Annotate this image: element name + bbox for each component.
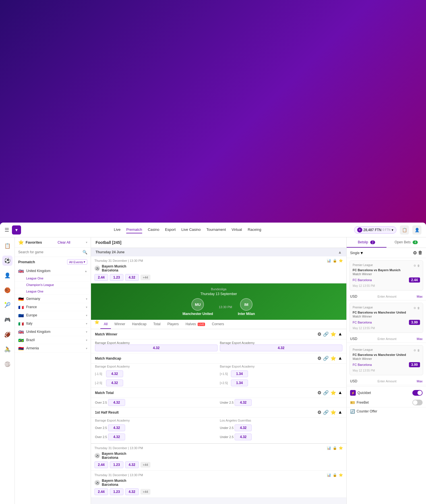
handicap-odd-1-1[interactable]: 4.32 — [106, 370, 123, 377]
odd1-btn-1[interactable]: 2.44 — [94, 274, 108, 281]
sidebar-icon-ball[interactable]: 🏀 — [2, 285, 13, 295]
chevron-hr-icon[interactable]: ▲ — [338, 410, 342, 415]
handicap-odd-2-2[interactable]: 1.34 — [231, 379, 248, 386]
star-icon-1[interactable]: ⭐ — [339, 259, 343, 263]
betslip-item2-settings-icon[interactable]: ⚙ — [413, 306, 416, 310]
chevron-mt-icon[interactable]: ▲ — [338, 390, 342, 395]
date-collapse-icon[interactable]: ▲ — [338, 250, 342, 254]
nav-casino[interactable]: Casino — [148, 226, 159, 233]
usd-amount-3[interactable]: Enter Amount — [377, 379, 396, 383]
user-icon-btn[interactable]: 👤 — [412, 225, 421, 235]
betslip-settings-icon[interactable]: ⚙ — [413, 250, 417, 256]
team2-odd-value[interactable]: 4.32 — [220, 345, 342, 351]
half-over1-odd[interactable]: 4.32 — [108, 424, 125, 431]
nav-live[interactable]: Live — [114, 226, 121, 233]
odd3-btn-2[interactable]: 4.32 — [125, 461, 139, 468]
half-under1-odd[interactable]: 4.32 — [235, 424, 252, 431]
star-icon-mh[interactable]: ⭐ — [330, 356, 336, 361]
betslip-icon-btn[interactable]: 📋 — [400, 225, 409, 235]
tab-halves[interactable]: Halves LIVE — [182, 320, 208, 329]
country-item-germany[interactable]: 🇩🇪 Germany ▾ — [15, 295, 91, 303]
nav-raceing[interactable]: Raceing — [248, 226, 261, 233]
settings-icon-mt[interactable]: ⚙ — [317, 390, 321, 395]
team1-odd-value[interactable]: 4.32 — [95, 345, 218, 351]
league-item-champions[interactable]: Champion's League — [15, 282, 91, 288]
search-icon[interactable]: 🔍 — [82, 250, 87, 254]
max-label-1[interactable]: Max — [417, 295, 423, 298]
nav-prematch[interactable]: Prematch — [126, 226, 142, 233]
league-item-league-one-1[interactable]: League One — [15, 275, 91, 282]
country-item-uk2[interactable]: 🇬🇧 United Kingdom ▾ — [15, 328, 91, 336]
betslip-item1-trash-icon[interactable]: 🗑 — [417, 264, 420, 267]
sidebar-icon-volleyball[interactable]: 🏐 — [2, 359, 13, 369]
sidebar-icon-sports[interactable]: ⚽ — [2, 256, 13, 266]
under-odd[interactable]: 4.32 — [235, 399, 252, 406]
odd1-btn-2[interactable]: 2.44 — [94, 461, 108, 468]
nav-live-casino[interactable]: Live Casino — [181, 226, 201, 233]
nav-esport[interactable]: Esport — [165, 226, 176, 233]
link-icon-mt[interactable]: 🔗 — [323, 390, 329, 395]
usd-amount-1[interactable]: Enter Amount — [377, 295, 396, 298]
tab-winner[interactable]: Winner — [111, 320, 129, 329]
betslip-item3-settings-icon[interactable]: ⚙ — [413, 349, 416, 352]
country-item-france[interactable]: 🇫🇷 France ▾ — [15, 303, 91, 311]
settings-icon-hr[interactable]: ⚙ — [317, 410, 321, 415]
half-over2-odd[interactable]: 4.32 — [108, 434, 125, 440]
max-label-2[interactable]: Max — [417, 337, 423, 341]
country-item-armenia[interactable]: 🇦🇲 Armenia ▾ — [15, 344, 91, 352]
chart-icon-3[interactable]: 📊 — [327, 473, 331, 477]
betslip-item3-trash-icon[interactable]: 🗑 — [417, 349, 420, 352]
search-input[interactable] — [18, 250, 81, 254]
odd1-btn-3[interactable]: 2.44 — [94, 488, 108, 495]
freebet-toggle[interactable] — [412, 400, 423, 405]
more-btn-2[interactable]: +44 — [140, 462, 150, 468]
sidebar-icon-cycling[interactable]: 🚴 — [2, 344, 13, 354]
betslip-trash-icon[interactable]: 🗑 — [418, 250, 423, 256]
quickbet-toggle[interactable] — [412, 390, 423, 396]
handicap-odd-2-1[interactable]: 4.32 — [106, 379, 123, 386]
tab-total[interactable]: Total — [150, 320, 164, 329]
country-item-europe[interactable]: 🇪🇺 Europe ▾ — [15, 311, 91, 320]
over-odd[interactable]: 4.32 — [108, 399, 125, 406]
odd3-btn-3[interactable]: 4.32 — [125, 488, 139, 495]
league-item-league-one-2[interactable]: League One — [15, 288, 91, 295]
nav-virtual[interactable]: Virtual — [231, 226, 242, 233]
sidebar-icon-tennis[interactable]: 🎾 — [2, 300, 13, 310]
more-btn-1[interactable]: +44 — [140, 275, 150, 280]
tab-corners[interactable]: Corners — [208, 320, 228, 329]
odd2-btn-2[interactable]: 1.23 — [110, 461, 123, 468]
lock-icon-3[interactable]: 🔒 — [333, 473, 337, 477]
ftn-balance[interactable]: + 28,487 FTN 0 FTN ▾ — [354, 226, 396, 234]
tab-handicap[interactable]: Handicap — [129, 320, 150, 329]
tab-all[interactable]: All — [100, 320, 111, 329]
lock-icon-2[interactable]: 🔒 — [333, 446, 337, 450]
all-events-button[interactable]: All Events ▾ — [67, 259, 87, 265]
chevron-mw-icon[interactable]: ▲ — [338, 331, 342, 337]
add-funds-icon[interactable]: + — [357, 227, 362, 233]
clear-all-button[interactable]: Clear All — [58, 240, 71, 244]
betslip-item1-settings-icon[interactable]: ⚙ — [413, 264, 416, 267]
star-icon-mt[interactable]: ⭐ — [330, 390, 336, 395]
chart-icon-1[interactable]: 📊 — [327, 259, 331, 263]
half-under2-odd[interactable]: 4.32 — [235, 434, 252, 440]
settings-icon-mh[interactable]: ⚙ — [317, 356, 321, 361]
lock-icon-1[interactable]: 🔒 — [333, 259, 337, 263]
star-icon-3[interactable]: ⭐ — [339, 473, 343, 477]
tab-open-bets[interactable]: Open Bets 4 — [386, 237, 426, 248]
chart-icon-2[interactable]: 📊 — [327, 446, 331, 450]
odd2-btn-1[interactable]: 1.23 — [110, 274, 123, 281]
chevron-mh-icon[interactable]: ▲ — [338, 356, 342, 361]
sidebar-icon-esport[interactable]: 🎮 — [2, 315, 13, 325]
nav-tournament[interactable]: Tournament — [206, 226, 226, 233]
tab-betslip[interactable]: Betslip 2 — [347, 237, 386, 248]
country-item-italy[interactable]: 🇮🇹 Italy ▾ — [15, 320, 91, 328]
odd2-btn-3[interactable]: 1.23 — [110, 488, 123, 495]
usd-amount-2[interactable]: Enter Amount — [377, 337, 396, 341]
settings-icon-mw[interactable]: ⚙ — [317, 331, 321, 337]
betslip-item2-trash-icon[interactable]: 🗑 — [417, 306, 420, 310]
country-item-uk-expanded[interactable]: 🇬🇧 United Kingdom ▲ — [15, 267, 91, 275]
star-icon-mw[interactable]: ⭐ — [330, 331, 336, 337]
sidebar-icon-user[interactable]: 👤 — [2, 270, 13, 281]
max-label-3[interactable]: Max — [417, 379, 423, 383]
country-item-brazil[interactable]: 🇧🇷 Brazil ▾ — [15, 336, 91, 344]
